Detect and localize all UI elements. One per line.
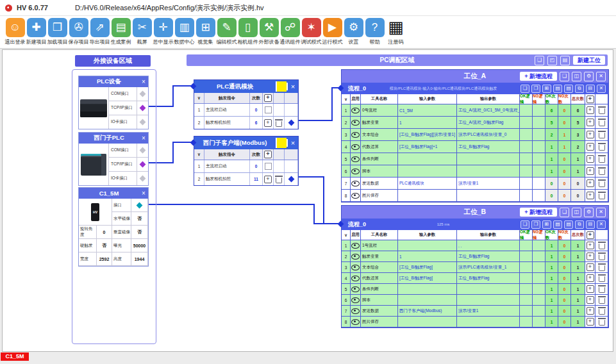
- toolbar-button[interactable]: ✶调试模式: [301, 18, 322, 46]
- flow-icon-1[interactable]: ❏: [520, 220, 529, 229]
- trash-icon[interactable]: [599, 254, 605, 260]
- port-connector-diamond[interactable]: [140, 176, 146, 182]
- add-icon[interactable]: +: [264, 176, 272, 183]
- panel-save-icon[interactable]: ◫: [572, 208, 581, 217]
- toolbar-button[interactable]: ▶运行模式: [322, 18, 343, 46]
- eye-icon[interactable]: [351, 297, 360, 303]
- tool-row[interactable]: 7发送数据PLC通讯模块演示/变量1000+: [342, 178, 608, 190]
- trash-icon[interactable]: [599, 157, 605, 163]
- tool-row[interactable]: 7发送数据西门子客户端(Modbus)演示/变量1101+: [342, 306, 608, 317]
- eye-icon[interactable]: [351, 108, 360, 113]
- toolbar-button[interactable]: ❒加载项目: [47, 18, 68, 46]
- trash-icon[interactable]: [599, 309, 605, 315]
- add-column-header[interactable]: +: [585, 230, 595, 240]
- eye-icon[interactable]: [351, 181, 360, 186]
- flow-icon-2[interactable]: ❐: [531, 85, 540, 93]
- panel-maximize-icon[interactable]: ❏: [560, 72, 569, 81]
- add-icon[interactable]: +: [587, 106, 594, 114]
- port-connector-diamond[interactable]: [140, 91, 146, 97]
- color-indicator[interactable]: [276, 81, 287, 92]
- tool-row[interactable]: 3文本组合[工位_B/触发Flag]演示/PLC通讯模块/变量_1101+: [342, 262, 608, 273]
- toolbar-button[interactable]: ✛居中显示: [153, 18, 174, 46]
- trash-icon[interactable]: [599, 120, 605, 126]
- trash-icon[interactable]: [599, 181, 605, 187]
- trash-icon[interactable]: [599, 108, 605, 114]
- add-icon[interactable]: +: [587, 318, 594, 326]
- trash-icon[interactable]: [599, 133, 605, 138]
- new-flow-button[interactable]: + 新增流程: [520, 208, 557, 217]
- eye-icon[interactable]: [351, 276, 360, 281]
- flow-icon-3[interactable]: ⊞: [542, 85, 551, 93]
- new-flow-button[interactable]: + 新增流程: [520, 72, 557, 81]
- command-connector-diamond[interactable]: [288, 176, 294, 183]
- trash-icon[interactable]: [599, 145, 605, 151]
- eye-icon[interactable]: [351, 254, 360, 260]
- flow-icon-3[interactable]: ⊞: [542, 220, 551, 229]
- pc-area-icon[interactable]: ◰: [547, 56, 557, 65]
- trash-icon[interactable]: [599, 320, 605, 326]
- add-icon[interactable]: +: [587, 143, 594, 151]
- trash-icon[interactable]: [599, 169, 605, 175]
- toolbar-button[interactable]: ?帮助: [364, 18, 385, 46]
- tool-row[interactable]: 4代数运算[工位_B/触发Flag]+1工位_B/触发Flag112+: [342, 141, 608, 153]
- trash-icon[interactable]: [599, 276, 605, 282]
- flow-paste-icon[interactable]: ⊟: [586, 220, 595, 229]
- port-connector-diamond[interactable]: [140, 161, 146, 168]
- flow-close-icon[interactable]: ✕: [597, 85, 606, 93]
- flow-icon-5[interactable]: ▤: [564, 220, 573, 229]
- flow-paste-icon[interactable]: ⊟: [586, 85, 595, 93]
- flow-icon-4[interactable]: ▤: [553, 220, 562, 229]
- add-icon[interactable]: +: [587, 285, 594, 293]
- tool-row[interactable]: 6脚本101+: [342, 295, 608, 306]
- close-icon[interactable]: ×: [139, 190, 148, 197]
- close-icon[interactable]: ×: [139, 135, 148, 142]
- toolbar-button[interactable]: ☺退出登录: [4, 18, 26, 46]
- tool-row[interactable]: 3文本组合[工位_B/触发Flag][演示/变量1]演示/PLC通讯模块/变量_…: [342, 129, 608, 141]
- eye-icon[interactable]: [351, 156, 360, 162]
- toolbar-button[interactable]: ⚒外部设备: [258, 18, 279, 46]
- flow-connector-diamond[interactable]: [338, 221, 344, 228]
- flow-icon-5[interactable]: ▤: [564, 85, 573, 93]
- pc-area-icon[interactable]: ▤: [560, 56, 570, 65]
- pc-area-icon[interactable]: ❏: [535, 56, 544, 65]
- add-icon[interactable]: +: [587, 231, 594, 239]
- panel-close-icon[interactable]: ✕: [596, 208, 606, 217]
- toolbar-button[interactable]: ✎编辑模式: [216, 18, 237, 46]
- panel-save-icon[interactable]: ◫: [572, 72, 581, 81]
- panel-maximize-icon[interactable]: ❏: [560, 208, 569, 217]
- add-icon[interactable]: +: [587, 155, 594, 163]
- add-icon[interactable]: +: [587, 179, 594, 187]
- eye-icon[interactable]: [351, 169, 360, 174]
- panel-close-icon[interactable]: ✕: [596, 72, 606, 81]
- add-icon[interactable]: +: [587, 252, 594, 260]
- tool-row[interactable]: 11号流程. .101+: [342, 240, 608, 251]
- panel-settings-icon[interactable]: ⚙: [584, 72, 594, 81]
- add-icon[interactable]: +: [587, 192, 594, 199]
- add-icon[interactable]: +: [587, 263, 594, 271]
- close-icon[interactable]: ×: [287, 83, 298, 90]
- trash-icon[interactable]: [599, 244, 605, 249]
- toolbar-button[interactable]: ▥数据中心: [174, 18, 195, 46]
- add-column-header[interactable]: +: [585, 94, 595, 104]
- trash-icon[interactable]: [599, 287, 605, 293]
- port-connector-diamond[interactable]: [137, 202, 143, 208]
- tool-row[interactable]: 6脚本101+: [342, 165, 608, 178]
- add-icon[interactable]: +: [587, 95, 594, 103]
- add-column-header[interactable]: +: [263, 93, 274, 103]
- trash-icon[interactable]: [599, 194, 605, 199]
- toolbar-button[interactable]: ✚新建项目: [26, 18, 47, 46]
- flow-icon-4[interactable]: ▤: [553, 85, 562, 93]
- color-indicator[interactable]: [276, 138, 287, 148]
- tool-row[interactable]: 8图片保存101+: [342, 317, 608, 327]
- new-station-button[interactable]: 新建工位: [573, 56, 605, 65]
- tool-row[interactable]: 10号流程C1_5M工位_A/流程_0/C1_5M_0号流程_606+: [342, 104, 608, 117]
- toolbar-button[interactable]: ✇保存项目: [68, 18, 89, 46]
- eye-icon[interactable]: [351, 265, 360, 270]
- flow-copy-icon[interactable]: ⧉: [575, 85, 584, 93]
- tool-row[interactable]: 2触发变量1工位_A/流程_0/触发Flag505+: [342, 117, 608, 129]
- add-column-header[interactable]: +: [263, 149, 274, 160]
- toolbar-button[interactable]: ⚙设置: [343, 18, 364, 46]
- eye-icon[interactable]: [351, 144, 360, 150]
- flow-copy-icon[interactable]: ⧉: [575, 220, 584, 229]
- panel-settings-icon[interactable]: ⚙: [584, 208, 594, 217]
